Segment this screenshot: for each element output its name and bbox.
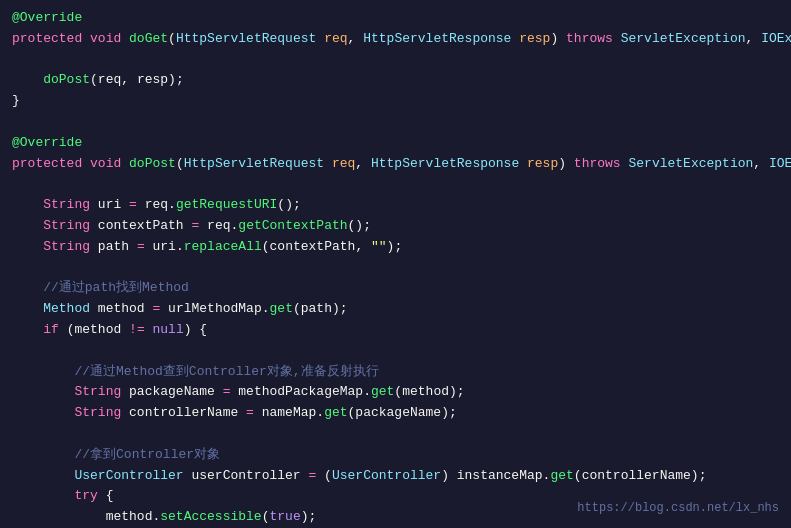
code-line-9 — [12, 174, 779, 195]
watermark-text: https://blog.csdn.net/lx_nhs — [577, 499, 779, 518]
code-editor: @Override protected void doGet(HttpServl… — [0, 0, 791, 528]
code-line-13 — [12, 258, 779, 279]
code-line-2: protected void doGet(HttpServletRequest … — [12, 29, 779, 50]
code-line-16: if (method != null) { — [12, 320, 779, 341]
code-line-12: String path = uri.replaceAll(contextPath… — [12, 237, 779, 258]
code-line-8: protected void doPost(HttpServletRequest… — [12, 154, 779, 175]
code-line-1: @Override — [12, 8, 779, 29]
code-line-23: UserController userController = (UserCon… — [12, 466, 779, 487]
code-line-18: //通过Method查到Controller对象,准备反射执行 — [12, 362, 779, 383]
code-line-22: //拿到Controller对象 — [12, 445, 779, 466]
code-line-14: //通过path找到Method — [12, 278, 779, 299]
code-line-10: String uri = req.getRequestURI(); — [12, 195, 779, 216]
code-line-19: String packageName = methodPackageMap.ge… — [12, 382, 779, 403]
code-line-21 — [12, 424, 779, 445]
code-line-15: Method method = urlMethodMap.get(path); — [12, 299, 779, 320]
code-line-11: String contextPath = req.getContextPath(… — [12, 216, 779, 237]
code-line-6 — [12, 112, 779, 133]
code-line-7: @Override — [12, 133, 779, 154]
code-line-5: } — [12, 91, 779, 112]
code-line-20: String controllerName = nameMap.get(pack… — [12, 403, 779, 424]
code-line-4: doPost(req, resp); — [12, 70, 779, 91]
code-line-17 — [12, 341, 779, 362]
code-line-3 — [12, 50, 779, 71]
